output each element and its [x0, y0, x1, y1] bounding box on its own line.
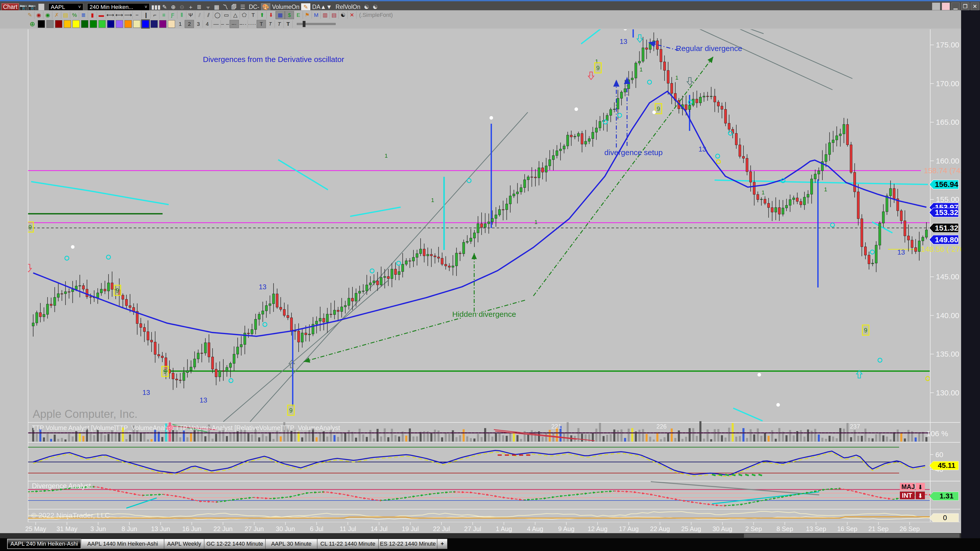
color-swatch-1[interactable]: [46, 20, 54, 28]
arrow-right-icon[interactable]: ⟶: [124, 11, 133, 19]
polygon-icon[interactable]: ⬠: [240, 11, 249, 19]
date-axis[interactable]: 25 May31 May3 Jun8 Jun13 Jun16 Jun22 Jun…: [0, 522, 980, 538]
annotation-0[interactable]: Divergences from the Derivative oscillat…: [203, 55, 344, 64]
opacity-slider[interactable]: [297, 23, 336, 25]
tab-1[interactable]: AAPL 1440 Min Heiken-Ashi: [81, 539, 164, 549]
line-nodes-icon[interactable]: 〽: [221, 3, 230, 11]
symbol-combo[interactable]: AAPL ˅: [48, 3, 83, 11]
interval-combo[interactable]: 240 Min Heiken... ˅: [87, 3, 150, 11]
font-style-1[interactable]: T: [266, 20, 275, 28]
zoom-out-icon[interactable]: ⊖: [178, 3, 186, 11]
flag-icon[interactable]: ⚑: [303, 11, 312, 19]
ruler-icon[interactable]: ▤: [61, 11, 70, 19]
zoom-in-icon[interactable]: ⊕: [169, 3, 178, 11]
tab-3[interactable]: GC 12-22 1440 Minute: [204, 539, 266, 549]
vline-icon[interactable]: ❙: [142, 11, 151, 19]
da-label[interactable]: DA▲▼: [312, 3, 332, 11]
color-swatch-6[interactable]: [90, 20, 97, 28]
line-style-1[interactable]: – –: [221, 20, 230, 28]
extend-both-icon[interactable]: ⟷: [106, 11, 115, 19]
region-highlight-icon[interactable]: ▦: [275, 11, 285, 19]
color-swatch-9[interactable]: [116, 20, 123, 28]
color-swatch-7[interactable]: [99, 20, 106, 28]
annotation-3[interactable]: Hidden divergence: [452, 310, 516, 318]
fib-ext-icon[interactable]: Ƒ: [169, 11, 177, 19]
tab-0[interactable]: AAPL 240 Min Heiken-Ashi: [7, 539, 81, 549]
collapsed-side-panel[interactable]: [961, 10, 980, 538]
line-width-2[interactable]: 2: [185, 20, 194, 28]
restore-button[interactable]: ❐: [961, 3, 969, 10]
draw-tool-icon[interactable]: ✎: [160, 3, 169, 11]
palette-icon[interactable]: 🎨: [261, 3, 270, 11]
line-width-1[interactable]: 1: [176, 20, 185, 28]
yinyang2-icon[interactable]: ☯: [371, 3, 380, 11]
font-style-3[interactable]: T: [284, 20, 293, 28]
relvol-on-label[interactable]: RelVolOn: [336, 3, 360, 11]
path-icon[interactable]: ⌐: [151, 11, 159, 19]
color-swatch-14[interactable]: [159, 20, 166, 28]
tri-lines-icon[interactable]: ≣: [79, 11, 88, 19]
risk-reward-icon[interactable]: E: [294, 11, 303, 19]
pitchfork-icon[interactable]: Ψ: [186, 11, 195, 19]
chart-button[interactable]: Chart: [2, 3, 19, 11]
hatch-icon[interactable]: ⫽: [195, 11, 204, 19]
gray-swatch-button[interactable]: [932, 3, 940, 10]
arrow-up-icon[interactable]: ⬆: [258, 11, 267, 19]
annotation-1[interactable]: Regular divergence: [676, 44, 742, 52]
tab-4[interactable]: AAPL 30 Minute: [266, 539, 317, 549]
extend-both2-icon[interactable]: ⟷: [115, 11, 124, 19]
volume-on-label[interactable]: VolumeOn: [272, 3, 299, 11]
line-width-4[interactable]: 4: [203, 20, 212, 28]
range-bars-icon[interactable]: ▤: [330, 11, 339, 19]
layout-icon[interactable]: ⫟: [204, 3, 212, 11]
add-color-icon[interactable]: ⊕: [28, 20, 37, 28]
color-swatch-12[interactable]: [142, 20, 149, 28]
arrow-down-icon[interactable]: ⬇: [267, 11, 275, 19]
line-style-2[interactable]: –·: [230, 20, 239, 28]
color-swatch-10[interactable]: [124, 20, 132, 28]
data-series-icon[interactable]: 🗏: [195, 3, 204, 11]
eye-red-icon[interactable]: ◉: [35, 11, 43, 19]
line-style-0[interactable]: —: [212, 20, 221, 28]
line-width-3[interactable]: 3: [194, 20, 203, 28]
red-vbar-icon[interactable]: ▮: [88, 11, 97, 19]
add-tab-button[interactable]: +: [437, 539, 447, 549]
close-button[interactable]: ✕: [971, 3, 979, 10]
eye-green-icon[interactable]: ◉: [43, 11, 52, 19]
tab-2[interactable]: AAPL Weekly: [164, 539, 204, 549]
strategy-icon[interactable]: 🗐: [230, 3, 239, 11]
line-style-3[interactable]: –··: [239, 20, 248, 28]
tab-5[interactable]: CL 11-22 1440 Minute: [317, 539, 379, 549]
camera-icon[interactable]: 📷: [19, 3, 27, 11]
parallel-icon[interactable]: ⫽: [204, 11, 213, 19]
color-swatch-11[interactable]: [133, 20, 140, 28]
swatch-button[interactable]: [38, 3, 45, 11]
tab-6[interactable]: ES 12-22 1440 Minute: [379, 539, 437, 549]
yinyang-icon[interactable]: ☯: [362, 3, 371, 11]
red-hbar-icon[interactable]: ▬: [97, 11, 106, 19]
line-style-4[interactable]: ····: [248, 20, 257, 28]
text-tool-icon[interactable]: T: [249, 11, 258, 19]
annotation-4[interactable]: Apple Computer, Inc.: [33, 408, 138, 420]
color-swatch-0[interactable]: [38, 20, 45, 28]
fib-time-icon[interactable]: ⦀: [177, 11, 186, 19]
font-style-0[interactable]: T: [257, 20, 266, 28]
font-style-2[interactable]: T: [275, 20, 284, 28]
color-swatch-5[interactable]: [81, 20, 88, 28]
pencil-icon[interactable]: ✎: [25, 11, 35, 19]
color-swatch-13[interactable]: [151, 20, 158, 28]
color-swatch-2[interactable]: [55, 20, 62, 28]
percent-icon[interactable]: %: [70, 11, 79, 19]
zigzag-icon[interactable]: M: [312, 11, 321, 19]
properties-list-icon[interactable]: ☰: [239, 3, 247, 11]
dollar-icon[interactable]: $: [285, 11, 294, 19]
color-swatch-4[interactable]: [73, 20, 80, 28]
volume-profile-icon[interactable]: ▥: [321, 11, 330, 19]
annotation-2[interactable]: divergence setup: [605, 148, 663, 157]
cross-sticks-icon[interactable]: ✗: [52, 11, 61, 19]
camera2-icon[interactable]: 📷: [27, 3, 36, 11]
dc-label[interactable]: DC-: [249, 3, 259, 11]
crosshair-icon[interactable]: ＋: [186, 3, 195, 11]
rect-icon[interactable]: ▭: [222, 11, 231, 19]
pink-swatch-button[interactable]: [942, 3, 950, 10]
